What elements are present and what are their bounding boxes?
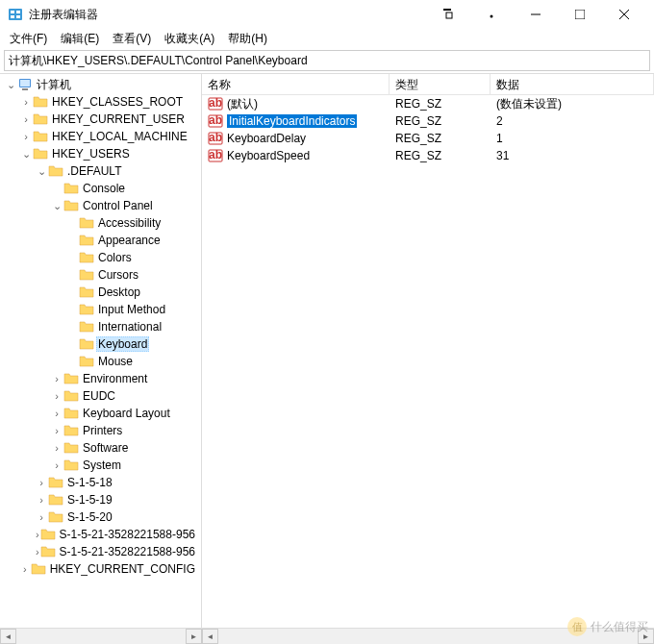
menu-file[interactable]: 文件(F): [4, 29, 53, 48]
expand-icon[interactable]: ›: [19, 563, 31, 575]
value-name: InitialKeyboardIndicators: [227, 114, 357, 128]
svg-rect-13: [20, 80, 30, 87]
folder-icon: [79, 302, 94, 317]
tree-item[interactable]: Appearance: [0, 232, 201, 249]
collapse-icon[interactable]: ⌄: [50, 200, 63, 212]
menu-help[interactable]: 帮助(H): [222, 29, 273, 48]
expand-icon[interactable]: ›: [35, 494, 48, 506]
folder-icon: [33, 129, 48, 144]
tree-item[interactable]: ›HKEY_LOCAL_MACHINE: [0, 128, 201, 145]
tree-item[interactable]: Mouse: [0, 353, 201, 370]
expand-icon[interactable]: ›: [19, 131, 33, 142]
tree-item[interactable]: ›HKEY_CLASSES_ROOT: [0, 93, 201, 111]
tree-scrollbar-horizontal[interactable]: ◄ ►: [0, 628, 202, 644]
collapse-icon[interactable]: ⌄: [4, 79, 17, 91]
tree-item[interactable]: ›Environment: [0, 370, 201, 387]
scroll-left-icon[interactable]: ◄: [202, 629, 218, 644]
tree-item-label: Console: [81, 182, 127, 195]
column-name[interactable]: 名称: [202, 74, 390, 94]
tree-item[interactable]: ›Printers: [0, 422, 201, 439]
value-row[interactable]: abInitialKeyboardIndicatorsREG_SZ2: [202, 112, 654, 130]
tree-item[interactable]: ›S-1-5-19: [0, 491, 201, 508]
string-value-icon: ab: [208, 131, 223, 146]
tree-item[interactable]: ›S-1-5-20: [0, 508, 201, 526]
window-title: 注册表编辑器: [29, 7, 425, 23]
expand-icon[interactable]: ›: [35, 511, 48, 523]
address-bar[interactable]: 计算机\HKEY_USERS\.DEFAULT\Control Panel\Ke…: [4, 50, 650, 71]
expand-icon[interactable]: ›: [50, 390, 63, 402]
folder-icon: [63, 458, 79, 473]
tree-item[interactable]: ›S-1-5-21-3528221588-956: [0, 526, 201, 543]
svg-rect-2: [16, 11, 20, 13]
tree-item-label: Input Method: [96, 303, 167, 316]
expand-icon[interactable]: ›: [50, 442, 63, 454]
values-pane[interactable]: 名称 类型 数据 ab(默认)REG_SZ(数值未设置)abInitialKey…: [202, 74, 654, 628]
tree-item[interactable]: ›S-1-5-21-3528221588-956: [0, 543, 201, 560]
tree-item[interactable]: Colors: [0, 249, 201, 266]
value-row[interactable]: ab(默认)REG_SZ(数值未设置): [202, 95, 654, 112]
tree-item[interactable]: Console: [0, 180, 201, 197]
close-button[interactable]: [602, 0, 646, 29]
tree-item[interactable]: Accessibility: [0, 214, 201, 232]
tree-item[interactable]: International: [0, 318, 201, 335]
tree-item-label: Accessibility: [96, 216, 163, 230]
menu-view[interactable]: 查看(V): [107, 29, 157, 48]
folder-icon: [48, 475, 63, 490]
svg-text:ab: ab: [209, 96, 222, 110]
tree-pane[interactable]: ⌄计算机›HKEY_CLASSES_ROOT›HKEY_CURRENT_USER…: [0, 74, 202, 628]
tree-item[interactable]: ⌄计算机: [0, 76, 201, 93]
value-row[interactable]: abKeyboardSpeedREG_SZ31: [202, 147, 654, 164]
tree-item[interactable]: ⌄.DEFAULT: [0, 162, 201, 180]
tree-item-label: Mouse: [96, 355, 135, 368]
tree-item-label: HKEY_LOCAL_MACHINE: [50, 130, 189, 143]
expand-icon[interactable]: ›: [50, 425, 63, 436]
restore-down-icon[interactable]: [425, 0, 469, 29]
expand-icon[interactable]: ›: [35, 477, 48, 488]
expand-icon[interactable]: ›: [19, 96, 33, 108]
svg-rect-14: [22, 88, 28, 90]
menu-favorites[interactable]: 收藏夹(A): [159, 29, 220, 48]
folder-icon: [79, 354, 94, 369]
tool-icon[interactable]: [469, 0, 514, 29]
column-data[interactable]: 数据: [490, 74, 654, 94]
tree-item-label: Control Panel: [81, 199, 155, 212]
tree-item[interactable]: ⌄Control Panel: [0, 197, 201, 214]
tree-item-label: EUDC: [81, 389, 117, 403]
menubar: 文件(F) 编辑(E) 查看(V) 收藏夹(A) 帮助(H): [0, 29, 654, 48]
value-data: (数值未设置): [490, 96, 654, 112]
tree-item-label: Keyboard Layout: [81, 407, 172, 420]
tree-item-label: 计算机: [35, 77, 73, 93]
menu-edit[interactable]: 编辑(E): [55, 29, 105, 48]
value-row[interactable]: abKeyboardDelayREG_SZ1: [202, 130, 654, 147]
tree-item[interactable]: ›HKEY_CURRENT_USER: [0, 111, 201, 128]
tree-item[interactable]: ›Keyboard Layout: [0, 405, 201, 422]
string-value-icon: ab: [208, 96, 223, 111]
folder-icon: [48, 509, 63, 525]
tree-item[interactable]: ›EUDC: [0, 387, 201, 405]
scroll-left-icon[interactable]: ◄: [0, 629, 16, 644]
expand-icon[interactable]: ›: [19, 113, 33, 125]
tree-item[interactable]: Desktop: [0, 284, 201, 301]
collapse-icon[interactable]: ⌄: [35, 165, 48, 178]
content-area: ⌄计算机›HKEY_CLASSES_ROOT›HKEY_CURRENT_USER…: [0, 73, 654, 628]
maximize-button[interactable]: [558, 0, 602, 29]
tree-item[interactable]: ›Software: [0, 439, 201, 457]
tree-item-label: International: [96, 320, 164, 334]
expand-icon[interactable]: ›: [50, 408, 63, 419]
computer-icon: [17, 77, 33, 92]
expand-icon[interactable]: ›: [50, 373, 63, 384]
expand-icon[interactable]: ›: [50, 459, 63, 471]
svg-text:ab: ab: [209, 131, 222, 144]
tree-item[interactable]: ⌄HKEY_USERS: [0, 145, 201, 162]
tree-item[interactable]: Cursors: [0, 266, 201, 284]
watermark: 值 什么值得买: [567, 617, 648, 636]
tree-item[interactable]: ›S-1-5-18: [0, 474, 201, 491]
column-type[interactable]: 类型: [390, 74, 490, 94]
tree-item[interactable]: ›System: [0, 457, 201, 474]
scroll-right-icon[interactable]: ►: [186, 629, 202, 644]
tree-item[interactable]: Input Method: [0, 301, 201, 318]
tree-item[interactable]: ›HKEY_CURRENT_CONFIG: [0, 560, 201, 578]
collapse-icon[interactable]: ⌄: [19, 148, 33, 161]
tree-item[interactable]: Keyboard: [0, 335, 201, 353]
minimize-button[interactable]: [514, 0, 558, 29]
